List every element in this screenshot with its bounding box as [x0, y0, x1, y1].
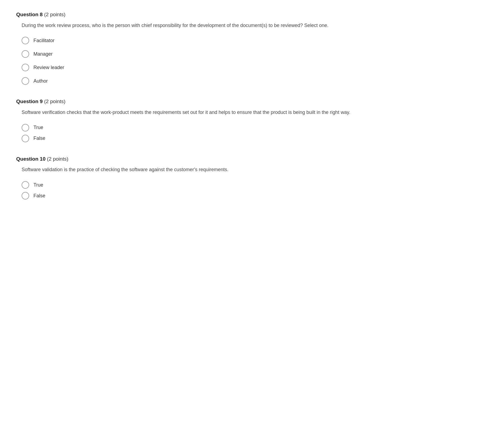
question-points: (2 points) — [44, 12, 65, 17]
question-header-9: Question 9 (2 points) — [16, 98, 488, 106]
option-item-q9-b[interactable]: False — [22, 135, 488, 142]
question-number: Question 10 — [16, 156, 46, 162]
question-points: (2 points) — [47, 156, 68, 162]
question-header-8: Question 8 (2 points) — [16, 11, 488, 19]
radio-circle-q8-c — [22, 64, 29, 71]
option-label-q8-a: Facilitator — [33, 37, 55, 44]
question-block-10: Question 10 (2 points)Software validatio… — [16, 155, 488, 200]
option-item-q9-a[interactable]: True — [22, 124, 488, 131]
question-text-10: Software validation is the practice of c… — [22, 166, 488, 174]
radio-circle-q9-b — [22, 135, 29, 142]
option-label-q10-a: True — [33, 181, 43, 189]
option-item-q8-d[interactable]: Author — [22, 77, 488, 85]
question-header-10: Question 10 (2 points) — [16, 155, 488, 163]
radio-circle-q8-d — [22, 77, 29, 85]
question-text-8: During the work review process, who is t… — [22, 22, 488, 29]
option-item-q8-b[interactable]: Manager — [22, 50, 488, 58]
radio-circle-q10-a — [22, 181, 29, 189]
radio-circle-q8-a — [22, 37, 29, 44]
radio-circle-q9-a — [22, 124, 29, 131]
question-number: Question 9 — [16, 99, 43, 104]
question-number: Question 8 — [16, 12, 43, 17]
option-label-q9-b: False — [33, 135, 45, 142]
options-list-9: TrueFalse — [22, 124, 488, 142]
options-list-8: FacilitatorManagerReview leaderAuthor — [22, 37, 488, 85]
option-item-q8-c[interactable]: Review leader — [22, 64, 488, 71]
question-block-8: Question 8 (2 points)During the work rev… — [16, 11, 488, 85]
option-label-q8-d: Author — [33, 77, 48, 85]
option-item-q10-b[interactable]: False — [22, 192, 488, 200]
radio-circle-q8-b — [22, 50, 29, 58]
question-text-9: Software verification checks that the wo… — [22, 109, 488, 116]
option-item-q10-a[interactable]: True — [22, 181, 488, 189]
options-list-10: TrueFalse — [22, 181, 488, 200]
option-item-q8-a[interactable]: Facilitator — [22, 37, 488, 44]
option-label-q8-b: Manager — [33, 50, 53, 58]
question-block-9: Question 9 (2 points)Software verificati… — [16, 98, 488, 142]
radio-circle-q10-b — [22, 192, 29, 200]
option-label-q8-c: Review leader — [33, 64, 64, 71]
option-label-q9-a: True — [33, 124, 43, 131]
option-label-q10-b: False — [33, 192, 45, 200]
question-points: (2 points) — [44, 99, 65, 104]
